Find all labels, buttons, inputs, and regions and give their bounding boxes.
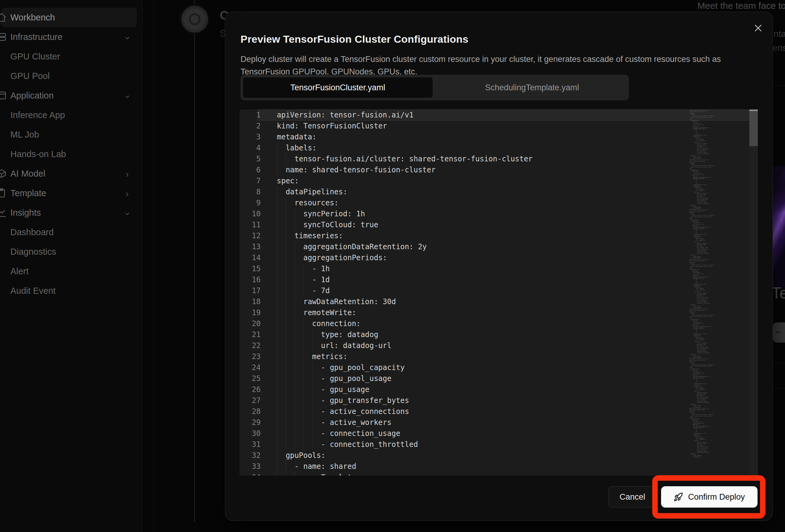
sidebar-item-label: GPU Pool — [10, 71, 50, 81]
sidebar-item-gpu-cluster[interactable]: GPU Cluster — [0, 47, 142, 66]
indent-guide — [303, 263, 304, 274]
sidebar-item-infrastructure[interactable]: Infrastructure — [0, 27, 142, 47]
indent-guide — [303, 285, 304, 296]
code-line: labels: — [239, 142, 721, 154]
yaml-editor[interactable]: 1234567891011121314151617181920212223242… — [239, 109, 758, 476]
code-line: - active_workers — [239, 417, 721, 428]
code-line: metadata: — [239, 131, 721, 142]
indent-guide — [312, 417, 312, 428]
indent-guide — [286, 219, 286, 230]
background-text-fragment-2: ens — [773, 43, 785, 53]
indent-guide — [295, 241, 295, 252]
dialog-title: Preview TensorFusion Cluster Configurati… — [240, 33, 469, 45]
confirm-deploy-button[interactable]: Confirm Deploy — [661, 486, 758, 508]
indent-guide — [295, 428, 295, 439]
indent-guide — [295, 208, 295, 219]
code-line: - 1h — [239, 263, 721, 274]
indent-guide — [312, 439, 312, 450]
indent-guide — [312, 428, 312, 439]
indent-guide — [303, 351, 304, 362]
indent-guide — [295, 362, 295, 373]
yaml-tabbar: TensorFusionCluster.yamlSchedulingTempla… — [240, 75, 629, 100]
sidebar-item-template[interactable]: Template — [0, 183, 142, 203]
indent-guide — [303, 384, 304, 395]
cancel-button[interactable]: Cancel — [608, 486, 657, 508]
indent-guide — [286, 307, 286, 318]
indent-guide — [303, 417, 304, 428]
indent-guide — [312, 384, 312, 395]
code-line: specTemplate: — [239, 472, 721, 476]
indent-guide — [286, 154, 286, 164]
code-line: url: datadog-url — [239, 340, 721, 351]
sidebar-item-hands-on-lab[interactable]: Hands-on Lab — [0, 144, 142, 164]
indent-guide — [295, 285, 295, 296]
code-line: - gpu_usage — [239, 384, 721, 395]
sidebar-item-application[interactable]: Application — [0, 86, 142, 105]
indent-guide — [295, 417, 295, 428]
sidebar-item-gpu-pool[interactable]: GPU Pool — [0, 66, 142, 86]
editor-scrollbar[interactable] — [749, 109, 758, 476]
sidebar-item-dashboard[interactable]: Dashboard — [0, 222, 142, 242]
editor-scrollbar-thumb[interactable] — [749, 109, 758, 146]
indent-guide — [286, 340, 286, 351]
code-line: resources: — [239, 197, 721, 208]
sidebar-item-ml-job[interactable]: ML Job — [0, 125, 142, 144]
sidebar-item-label: Inference App — [10, 110, 65, 120]
code-line: syncPeriod: 1h — [239, 208, 721, 219]
minimap-content: apiVersion: tensor-fusion.ai/v1 kind: Te… — [689, 109, 719, 458]
indent-guide — [286, 406, 286, 417]
chevron-down-icon — [124, 33, 131, 40]
dialog-description-line1: Deploy cluster will create a TensorFusio… — [240, 55, 721, 64]
indent-guide — [303, 362, 304, 373]
indent-guide — [286, 285, 286, 296]
indent-guide — [286, 274, 286, 285]
code-line: apiVersion: tensor-fusion.ai/v1 — [239, 109, 721, 121]
sidebar-item-diagnostics[interactable]: Diagnostics — [0, 242, 142, 261]
code-line: type: datadog — [239, 329, 721, 340]
rocket-icon — [674, 493, 683, 502]
code-line: metrics: — [239, 351, 721, 362]
home-icon — [0, 12, 7, 23]
indent-guide — [295, 329, 295, 340]
code-line: gpuPools: — [239, 450, 721, 461]
sidebar-item-alert[interactable]: Alert — [0, 261, 142, 281]
sidebar-item-audit-event[interactable]: Audit Event — [0, 281, 142, 300]
tab-schedulingtemplate-yaml[interactable]: SchedulingTemplate.yaml — [437, 77, 627, 98]
sidebar-item-workbench[interactable]: Workbench — [1, 8, 137, 27]
indent-guide — [295, 274, 295, 285]
indent-guide — [286, 241, 286, 252]
sidebar-item-label: Workbench — [10, 12, 55, 23]
indent-guide — [295, 252, 295, 263]
minimap[interactable]: apiVersion: tensor-fusion.ai/v1 kind: Te… — [689, 109, 719, 476]
chevron-right-icon — [124, 170, 131, 177]
clipboard-icon — [0, 188, 7, 198]
indent-guide — [286, 472, 286, 476]
code-line: - name: shared — [239, 461, 721, 472]
indent-guide — [286, 417, 286, 428]
code-line: - connection_usage — [239, 428, 721, 439]
indent-guide — [286, 384, 286, 395]
sidebar-item-label: Application — [10, 90, 54, 101]
indent-guide — [295, 373, 295, 384]
background-divider — [771, 85, 785, 86]
indent-guide — [312, 406, 312, 417]
background-divider-2 — [771, 363, 785, 363]
indent-guide — [286, 428, 286, 439]
code-line: - 1d — [239, 274, 721, 285]
chevron-down-icon — [124, 92, 131, 99]
tab-tensorfusioncluster-yaml[interactable]: TensorFusionCluster.yaml — [243, 77, 433, 98]
close-button[interactable] — [751, 21, 766, 36]
indent-guide — [312, 373, 312, 384]
indent-guide — [286, 439, 286, 450]
confirm-deploy-label: Confirm Deploy — [688, 493, 745, 502]
indent-guide — [295, 296, 295, 307]
indent-guide — [295, 472, 295, 476]
background-partial-button[interactable] — [773, 322, 785, 343]
code-line: rawDataRetention: 30d — [239, 296, 721, 307]
cancel-label: Cancel — [619, 493, 645, 502]
sidebar-item-label: Hands-on Lab — [10, 149, 66, 159]
chevron-right-icon — [124, 190, 131, 196]
sidebar-item-ai-model[interactable]: AI Model — [0, 164, 142, 183]
sidebar-item-inference-app[interactable]: Inference App — [0, 105, 142, 125]
sidebar-item-insights[interactable]: Insights — [0, 203, 142, 222]
